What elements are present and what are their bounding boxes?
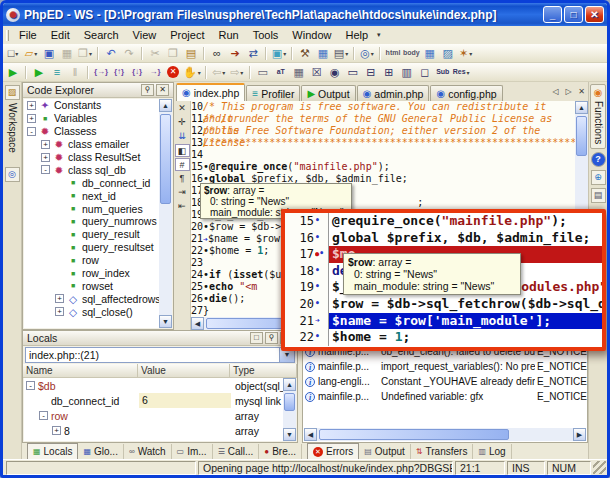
expand-icon[interactable]: + (55, 294, 64, 303)
panel-tab-bre-[interactable]: ●Bre... (259, 444, 302, 459)
maximize-button[interactable]: □ (564, 6, 583, 23)
line-gutter[interactable]: 20• (285, 296, 329, 313)
collapse-icon[interactable]: - (41, 165, 50, 174)
scope-selector[interactable]: index.php::(21) ▼ (25, 347, 295, 363)
pin-icon[interactable]: ⚲ (265, 332, 278, 344)
panel-tab-output[interactable]: ▤Output (359, 444, 411, 459)
copy-special-button[interactable]: ❐▾ (76, 45, 94, 62)
menu-view[interactable]: View (126, 28, 164, 42)
back-button[interactable]: ⇦▾ (210, 64, 228, 81)
tab-scroll-right-icon[interactable]: ▷ (562, 86, 575, 99)
locals-scrollbar[interactable]: ▲ ▼ (283, 378, 296, 441)
listbox-control-button[interactable]: ▥ (398, 64, 416, 81)
expand-icon[interactable]: + (41, 140, 50, 149)
paragraph-marks-icon[interactable]: ¶ (175, 172, 190, 185)
collapse-icon[interactable]: - (26, 381, 35, 390)
tree-item[interactable]: +■Variables (24, 112, 159, 125)
resize-grip[interactable] (593, 461, 606, 474)
tab-scroll-left-icon[interactable]: ◁ (549, 86, 562, 99)
explorer-scrollbar[interactable]: ▲ ▼ (159, 99, 172, 328)
column-header-value[interactable]: Value (138, 364, 230, 377)
editor-tab-Profiler[interactable]: ≡Profiler (246, 85, 300, 101)
run-button[interactable]: ▶ (4, 64, 22, 81)
editor-tab-index-php[interactable]: ◉index.php (176, 83, 245, 101)
menu-project[interactable]: Project (163, 28, 211, 42)
line-gutter[interactable]: 10 (191, 101, 203, 113)
find-next-button[interactable]: ➔ (226, 45, 244, 62)
scroll-thumb[interactable] (284, 393, 295, 411)
select-pointer-button[interactable]: ▭ (254, 64, 272, 81)
line-gutter[interactable]: 19• (285, 279, 329, 296)
variable-row[interactable]: -$dbobject(sql_db) (24, 378, 283, 393)
label-control-button[interactable]: aT (272, 64, 290, 81)
indent-icon[interactable]: ⇥ (175, 186, 190, 199)
scroll-up-icon[interactable]: ▲ (159, 99, 172, 112)
scroll-left-icon[interactable]: ◀ (304, 428, 317, 441)
line-gutter[interactable]: 11 (191, 113, 203, 125)
sync-scroll-icon[interactable]: ⇊ (175, 130, 190, 143)
line-gutter[interactable]: 27 (191, 305, 203, 317)
insert-image-button[interactable]: ▨ (439, 45, 457, 62)
editor-tab-Output[interactable]: ▶Output (301, 85, 355, 101)
collapse-icon[interactable]: - (27, 127, 36, 136)
scroll-down-icon[interactable]: ▼ (159, 315, 172, 328)
pause-button[interactable]: ‖ (66, 64, 84, 81)
step-in-button[interactable]: {→} (92, 64, 110, 81)
insert-object-button[interactable]: ✶▾ (457, 45, 475, 62)
column-header-type[interactable]: Type (230, 364, 297, 377)
tree-item[interactable]: ■query_resultset (24, 241, 159, 254)
code-line[interactable]: 15•@require_once("mainfile.php"); (191, 161, 575, 173)
line-gutter[interactable]: 21➔ (191, 233, 208, 245)
float-icon[interactable]: □ (250, 332, 263, 344)
tree-item[interactable]: +◇sql_close() (24, 305, 159, 318)
save-button[interactable]: ▣ (40, 45, 58, 62)
line-gutter[interactable]: 13 (191, 137, 203, 149)
column-header-name[interactable]: Name (23, 364, 138, 377)
functions-tab[interactable]: ◉ Functions (590, 84, 606, 149)
radio-control-button[interactable]: ◉ (326, 64, 344, 81)
line-gutter[interactable]: 17●• (285, 246, 329, 263)
undo-button[interactable]: ↶ (102, 45, 120, 62)
find-button[interactable]: ∞ (208, 45, 226, 62)
line-gutter[interactable]: 22• (285, 329, 329, 346)
project-props-button[interactable]: ▦ (314, 45, 332, 62)
error-row[interactable]: ilang-engli...Constant _YOUHAVE already … (303, 374, 587, 389)
fieldset-control-button[interactable]: ▦ (290, 64, 308, 81)
toolbar-grip[interactable] (6, 30, 9, 41)
close-button[interactable]: ✕ (585, 6, 604, 23)
cut-button[interactable]: ✂ (146, 45, 164, 62)
collapse-icon[interactable]: - (39, 411, 48, 420)
tree-item[interactable]: ■rowset (24, 279, 159, 292)
menu-help[interactable]: Help (338, 28, 375, 42)
forward-button[interactable]: ⇨▾ (228, 64, 246, 81)
new-file-button[interactable]: □▾ (4, 45, 22, 62)
close-pane-icon[interactable]: ✕ (175, 102, 190, 115)
line-gutter[interactable]: 23 (191, 257, 203, 269)
expand-icon[interactable]: + (41, 153, 50, 162)
tab-close-icon[interactable]: ✕ (575, 86, 588, 99)
line-gutter[interactable]: 26• (191, 293, 209, 305)
checkbox-control-button[interactable]: ☒ (308, 64, 326, 81)
pin-icon[interactable]: ⚲ (141, 84, 154, 96)
outdent-icon[interactable]: ⇤ (175, 200, 190, 213)
monitor-button[interactable]: ▤▾ (332, 45, 350, 62)
code-line[interactable]: 14 (191, 149, 575, 161)
code-line[interactable]: 16•global $prefix, $db, $admin_file; (285, 230, 602, 247)
variable-row[interactable]: -rowarray (24, 408, 283, 423)
panel-tab-im-[interactable]: ▭Im... (172, 444, 213, 459)
scroll-thumb[interactable] (576, 116, 587, 156)
step-over-button[interactable]: {↑} (110, 64, 128, 81)
scroll-up-icon[interactable]: ▲ (575, 101, 588, 114)
column-select-icon[interactable]: ◧ (175, 144, 190, 157)
variable-row[interactable]: db_connect_id6mysql link (24, 393, 283, 408)
help-icon[interactable]: ? (591, 152, 606, 167)
variable-row[interactable]: +8array (24, 423, 283, 438)
menu-tools[interactable]: Tools (246, 28, 286, 42)
scroll-down-icon[interactable]: ▼ (283, 428, 296, 441)
title-bar[interactable]: ✺ PhpED - WS - [D:\Program Files\nuspher… (3, 3, 607, 26)
panel-tab-locals[interactable]: ▦Locals (27, 443, 78, 459)
code-line[interactable]: 22•$home = 1; (285, 329, 602, 346)
move-tool-icon[interactable]: ✛ (175, 116, 190, 129)
zoom-button[interactable]: ◎▾ (358, 45, 376, 62)
stop-button[interactable]: ✕ (164, 64, 182, 81)
